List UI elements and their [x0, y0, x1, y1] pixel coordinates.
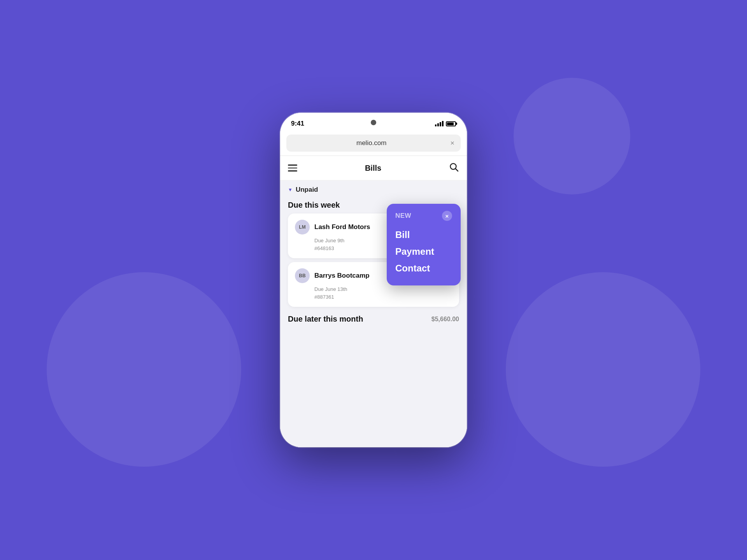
- header: Bills: [280, 156, 467, 180]
- due-later-amount: $5,660.00: [431, 316, 459, 323]
- url-bar-container: melio.com ×: [280, 131, 467, 156]
- bills-content: ▼ Unpaid Due this week LM Lash F: [280, 180, 467, 447]
- bg-decoration-right: [506, 272, 700, 467]
- dropdown-item-payment[interactable]: Payment: [395, 243, 452, 260]
- due-later-header: Due later this month $5,660.00: [280, 311, 467, 324]
- signal-icon: [435, 121, 444, 126]
- dropdown-item-contact[interactable]: Contact: [395, 260, 452, 276]
- vendor-avatar-2: BB: [295, 268, 310, 283]
- section-collapse-icon: ▼: [288, 187, 293, 192]
- url-close-button[interactable]: ×: [450, 139, 454, 147]
- main-content: Bills ▼ Unpaid Due thi: [280, 156, 467, 447]
- unpaid-section-header: ▼ Unpaid: [280, 180, 467, 197]
- url-bar[interactable]: melio.com ×: [286, 135, 461, 152]
- bill-due-2: Due June 13th #887361: [314, 285, 347, 301]
- phone-screen: 9:41 melio.com ×: [280, 113, 467, 447]
- status-time: 9:41: [291, 120, 304, 128]
- search-icon: [449, 162, 459, 172]
- url-text: melio.com: [293, 139, 450, 147]
- battery-icon: [446, 121, 456, 126]
- vendor-avatar-1: LM: [295, 220, 310, 234]
- bg-decoration-top-right: [514, 78, 630, 194]
- svg-line-1: [456, 169, 458, 172]
- bg-decoration-left: [47, 272, 241, 467]
- new-dropdown-menu: NEW × Bill Payment Contact: [387, 204, 461, 285]
- dropdown-new-label: NEW: [395, 212, 411, 220]
- due-this-week-title: Due this week: [288, 201, 340, 210]
- search-button[interactable]: [449, 162, 459, 174]
- phone-frame: 9:41 melio.com ×: [280, 113, 467, 447]
- dropdown-close-button[interactable]: ×: [442, 211, 452, 221]
- section-label: Unpaid: [296, 186, 318, 194]
- status-icons: [435, 121, 456, 126]
- camera-notch: [371, 120, 376, 125]
- dropdown-item-bill[interactable]: Bill: [395, 226, 452, 243]
- hamburger-menu-button[interactable]: [288, 164, 297, 172]
- page-title: Bills: [365, 164, 381, 173]
- due-later-title: Due later this month: [288, 315, 363, 324]
- bill-due-1: Due June 9th #648163: [314, 237, 344, 252]
